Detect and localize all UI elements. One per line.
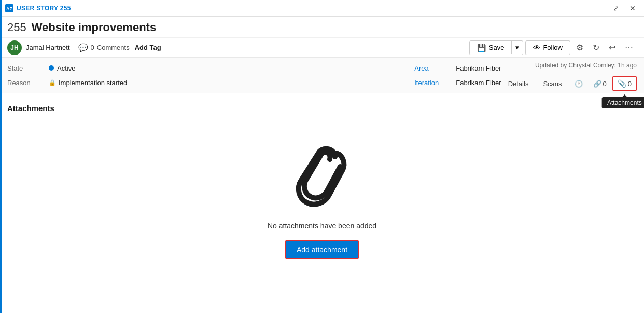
empty-attachments-text: No attachments have been added [268,222,376,230]
large-paperclip-icon [291,144,353,211]
title-bar-controls: ⤢ ✕ [610,3,639,13]
title-bar-left: AZ USER STORY 255 [5,4,71,12]
reason-value: Implementation started [59,79,127,87]
content-area: Attachments No attachments have been add… [0,93,644,291]
more-icon: ⋯ [625,43,633,52]
toolbar-right: 💾 Save ▾ 👁 Follow ⚙ ↻ ↩ ⋯ [469,40,637,55]
attachments-section-title: Attachments [7,104,54,113]
avatar: JH [7,40,22,55]
empty-state: No attachments have been added Add attac… [7,123,637,269]
follow-label: Follow [543,44,563,51]
comments-count: 0 [91,44,94,51]
refresh-icon: ↻ [593,43,599,52]
close-button[interactable]: ✕ [626,3,639,13]
attachments-count: 0 [628,80,632,88]
settings-button[interactable]: ⚙ [572,40,587,55]
save-btn-group: 💾 Save ▾ [469,40,524,55]
svg-text:AZ: AZ [6,6,12,11]
reason-row: Reason 🔒 Implementation started Iteratio… [7,75,501,90]
comments-button[interactable]: 💬 0 Comments [78,43,130,52]
attachments-button[interactable]: 📎 0 [612,76,637,91]
left-accent [0,0,2,313]
meta-left: State Active Area Fabrikam Fiber Reason … [7,58,501,93]
updated-text: Updated by Chrystal Comley: 1h ago [535,60,637,71]
save-label: Save [489,44,505,51]
lock-icon: 🔒 [49,79,56,86]
save-button[interactable]: 💾 Save [470,41,512,55]
comments-label: Comments [97,44,130,51]
title-bar: AZ USER STORY 255 ⤢ ✕ [0,0,644,17]
reason-label: Reason [7,79,49,87]
chevron-down-icon: ▾ [515,44,519,51]
history-icon: 🕐 [575,80,583,88]
state-label: State [7,64,49,72]
state-row: State Active Area Fabrikam Fiber [7,61,501,75]
link-icon: 🔗 [593,80,601,88]
area-value: Fabrikam Fiber [456,64,501,72]
scans-tab[interactable]: Scans [536,77,568,90]
attachments-btn-container: 📎 0 Attachments [612,76,637,91]
add-tag-button[interactable]: Add Tag [132,43,164,52]
iteration-label[interactable]: Iteration [414,79,456,87]
eye-icon: 👁 [533,44,540,52]
undo-button[interactable]: ↩ [605,40,619,55]
meta-right: Updated by Chrystal Comley: 1h ago Detai… [501,58,637,93]
state-value: Active [57,64,75,72]
links-button[interactable]: 🔗 0 [589,77,611,90]
iteration-value: Fabrikam Fiber [456,79,501,87]
more-button[interactable]: ⋯ [621,40,637,55]
refresh-button[interactable]: ↻ [589,40,603,55]
toolbar: JH Jamal Hartnett 💬 0 Comments Add Tag 💾… [0,38,644,58]
save-icon: 💾 [477,44,486,52]
collapse-button[interactable]: ⤢ [610,3,622,13]
tab-row: Details Scans 🕐 🔗 0 📎 0 Attachments [501,76,637,91]
links-count: 0 [603,80,607,88]
author-name: Jamal Hartnett [26,44,70,51]
paperclip-tab-icon: 📎 [618,79,626,88]
save-dropdown-button[interactable]: ▾ [511,41,523,54]
story-number: 255 [7,21,26,34]
meta-bar: State Active Area Fabrikam Fiber Reason … [0,58,644,93]
history-button[interactable]: 🕐 [570,77,587,90]
add-attachment-button[interactable]: Add attachment [285,240,359,259]
details-tab[interactable]: Details [501,77,536,90]
story-header: 255 Website improvements [0,17,644,38]
area-label[interactable]: Area [414,64,456,72]
story-title: Website improvements [32,21,156,34]
undo-icon: ↩ [609,43,615,52]
state-dot [49,65,54,71]
follow-button[interactable]: 👁 Follow [525,40,570,55]
devops-icon: AZ [5,4,13,12]
gear-icon: ⚙ [576,43,583,52]
title-bar-label: USER STORY 255 [17,5,71,12]
comment-icon: 💬 [78,43,88,52]
